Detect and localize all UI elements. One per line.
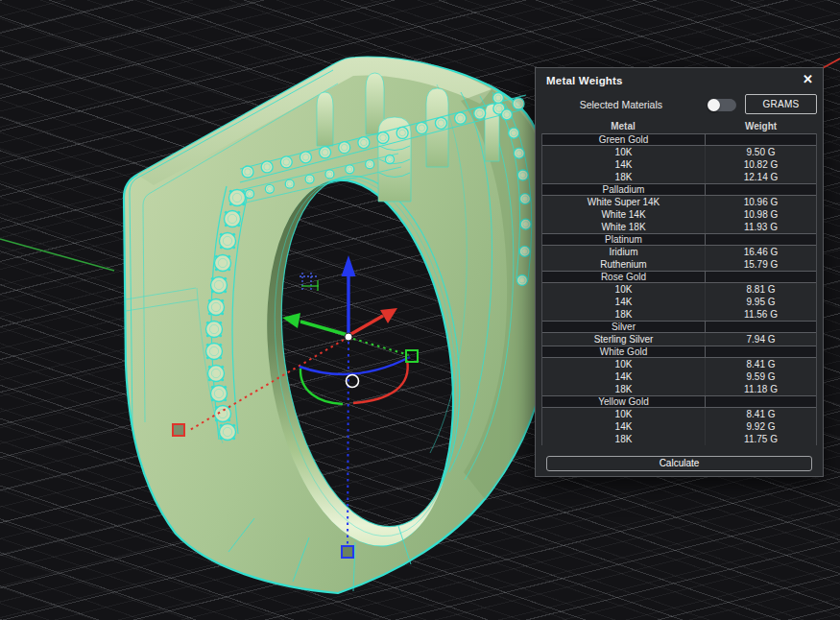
- panel-controls: Selected Materials GRAMS: [536, 91, 823, 120]
- metal-weights-panel: Metal Weights ✕ Selected Materials GRAMS…: [535, 67, 824, 477]
- group-header-row[interactable]: Rose Gold: [542, 271, 816, 283]
- table-row[interactable]: 18K11.18 G: [542, 383, 816, 395]
- column-header-weight: Weight: [705, 120, 817, 133]
- group-header-row[interactable]: Yellow Gold: [542, 395, 816, 408]
- unit-button[interactable]: GRAMS: [745, 94, 817, 114]
- group-header-row[interactable]: Silver: [542, 321, 816, 333]
- table-row[interactable]: 14K10.82 G: [542, 158, 816, 171]
- table-header-row: Metal Weight: [541, 120, 817, 133]
- table-row[interactable]: Sterling Silver7.94 G: [542, 333, 816, 346]
- axis-x-line: [821, 59, 840, 69]
- table-row[interactable]: 18K11.56 G: [542, 308, 816, 321]
- table-row[interactable]: White 18K11.93 G: [542, 221, 816, 233]
- table-row[interactable]: Ruthenium15.79 G: [542, 258, 816, 271]
- panel-title: Metal Weights: [546, 75, 623, 86]
- group-header-row[interactable]: Platinum: [542, 233, 816, 246]
- group-header-row[interactable]: White Gold: [542, 346, 816, 358]
- toggle-knob: [708, 99, 720, 111]
- gizmo-handle-x[interactable]: [173, 424, 184, 436]
- gizmo-handle-z[interactable]: [342, 546, 353, 558]
- metal-weights-tbody: Green Gold10K9.50 G14K10.82 G18K12.14 GP…: [541, 133, 817, 445]
- group-header-row[interactable]: Green Gold: [542, 133, 816, 146]
- close-icon[interactable]: ✕: [803, 72, 813, 87]
- table-row[interactable]: 10K9.50 G: [542, 146, 816, 158]
- table-row[interactable]: 10K8.41 G: [542, 358, 816, 370]
- table-row[interactable]: 14K9.59 G: [542, 370, 816, 383]
- table-row[interactable]: 14K9.92 G: [542, 420, 816, 433]
- metal-weights-table: Metal Weight Green Gold10K9.50 G14K10.82…: [541, 120, 817, 445]
- group-header-row[interactable]: Palladium: [542, 183, 816, 196]
- calculate-button[interactable]: Calculate: [546, 456, 812, 471]
- viewport-3d[interactable]: Metal Weights ✕ Selected Materials GRAMS…: [0, 0, 840, 620]
- column-header-metal: Metal: [541, 120, 705, 133]
- gizmo-handle-y[interactable]: [406, 350, 418, 362]
- table-row[interactable]: Iridium16.46 G: [542, 246, 816, 258]
- axis-y-line: [0, 239, 114, 271]
- table-row[interactable]: 18K12.14 G: [542, 171, 816, 183]
- panel-header: Metal Weights ✕: [536, 68, 823, 91]
- gizmo-center-dot: [345, 333, 352, 341]
- table-row[interactable]: 14K9.95 G: [542, 296, 816, 308]
- table-row[interactable]: 18K11.75 G: [542, 433, 816, 445]
- selected-materials-toggle[interactable]: [708, 99, 736, 111]
- table-row[interactable]: 10K8.41 G: [542, 408, 816, 420]
- table-row[interactable]: White 14K10.98 G: [542, 208, 816, 221]
- table-row[interactable]: White Super 14K10.96 G: [542, 196, 816, 208]
- table-row[interactable]: 10K8.81 G: [542, 283, 816, 296]
- selected-materials-label: Selected Materials: [536, 99, 662, 110]
